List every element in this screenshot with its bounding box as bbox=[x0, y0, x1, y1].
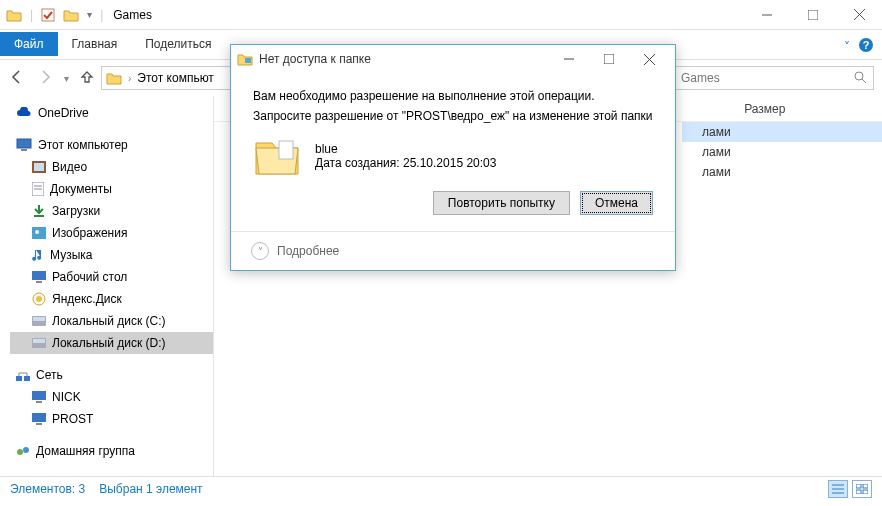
close-button[interactable] bbox=[836, 0, 882, 30]
dialog-close-button[interactable] bbox=[629, 47, 669, 71]
dialog-folder-name: blue bbox=[315, 142, 496, 156]
table-row[interactable]: лами bbox=[682, 162, 882, 182]
sidebar-item-pictures[interactable]: Изображения bbox=[10, 222, 213, 244]
sidebar-item-desktop[interactable]: Рабочий стол bbox=[10, 266, 213, 288]
tab-file[interactable]: Файл bbox=[0, 32, 58, 56]
sidebar-item-downloads[interactable]: Загрузки bbox=[10, 200, 213, 222]
svg-rect-26 bbox=[16, 376, 22, 381]
sidebar-label: PROST bbox=[52, 412, 93, 426]
homegroup-icon bbox=[16, 444, 30, 458]
sidebar-item-onedrive[interactable]: OneDrive bbox=[10, 102, 213, 124]
details-view-button[interactable] bbox=[828, 480, 848, 498]
sidebar-label: NICK bbox=[52, 390, 81, 404]
checkbox-icon[interactable] bbox=[41, 8, 55, 22]
pictures-icon bbox=[32, 227, 46, 239]
retry-button[interactable]: Повторить попытку bbox=[433, 191, 570, 215]
svg-rect-18 bbox=[32, 271, 46, 280]
divider: | bbox=[100, 8, 103, 22]
breadcrumb-sep-icon[interactable]: › bbox=[128, 73, 131, 84]
sidebar-item-diskc[interactable]: Локальный диск (C:) bbox=[10, 310, 213, 332]
computer-icon bbox=[16, 138, 32, 152]
folder-icon bbox=[106, 71, 122, 85]
back-button[interactable] bbox=[8, 68, 26, 89]
nav-pane: OneDrive Этот компьютер Видео Документы … bbox=[0, 96, 214, 476]
sidebar-label: Рабочий стол bbox=[52, 270, 127, 284]
svg-rect-12 bbox=[34, 163, 44, 171]
dialog-folder-date: Дата создания: 25.10.2015 20:03 bbox=[315, 156, 496, 170]
svg-rect-16 bbox=[32, 227, 46, 239]
minimize-button[interactable] bbox=[744, 0, 790, 30]
tab-share[interactable]: Поделиться bbox=[131, 32, 225, 56]
sidebar-item-thispc[interactable]: Этот компьютер bbox=[10, 134, 213, 156]
dialog-titlebar[interactable]: Нет доступа к папке bbox=[231, 45, 675, 73]
table-row[interactable]: лами bbox=[682, 142, 882, 162]
svg-rect-10 bbox=[21, 149, 27, 151]
svg-point-17 bbox=[35, 230, 39, 234]
sidebar-label: Музыка bbox=[50, 248, 92, 262]
column-size[interactable]: Размер bbox=[734, 102, 795, 116]
sidebar-item-prost[interactable]: PROST bbox=[10, 408, 213, 430]
sidebar-label: Документы bbox=[50, 182, 112, 196]
cloud-icon bbox=[16, 107, 32, 119]
sidebar-label: Изображения bbox=[52, 226, 127, 240]
up-button[interactable] bbox=[79, 69, 95, 88]
search-icon[interactable] bbox=[853, 70, 867, 87]
cancel-button[interactable]: Отмена bbox=[580, 191, 653, 215]
video-icon bbox=[32, 161, 46, 173]
maximize-button[interactable] bbox=[790, 0, 836, 30]
svg-point-21 bbox=[36, 296, 42, 302]
thumbnails-view-button[interactable] bbox=[852, 480, 872, 498]
svg-rect-37 bbox=[856, 484, 861, 488]
sidebar-item-homegroup[interactable]: Домашняя группа bbox=[10, 440, 213, 462]
svg-rect-0 bbox=[42, 9, 54, 21]
search-placeholder: Games bbox=[681, 71, 720, 85]
status-bar: Элементов: 3 Выбран 1 элемент bbox=[0, 476, 882, 500]
network-icon bbox=[16, 368, 30, 382]
svg-rect-43 bbox=[604, 54, 614, 64]
sidebar-item-diskd[interactable]: Локальный диск (D:) bbox=[10, 332, 213, 354]
ribbon-expand-icon[interactable]: ˅ bbox=[844, 40, 850, 54]
status-selected: Выбран 1 элемент bbox=[99, 482, 202, 496]
folder-large-icon bbox=[253, 135, 301, 177]
tab-home[interactable]: Главная bbox=[58, 32, 132, 56]
svg-rect-31 bbox=[36, 423, 42, 425]
svg-rect-38 bbox=[863, 484, 868, 488]
recent-dropdown-icon[interactable]: ▾ bbox=[64, 73, 69, 84]
sidebar-label: OneDrive bbox=[38, 106, 89, 120]
yandex-icon bbox=[32, 292, 46, 306]
downloads-icon bbox=[32, 204, 46, 218]
svg-rect-29 bbox=[36, 401, 42, 403]
svg-rect-2 bbox=[808, 10, 818, 20]
sidebar-item-documents[interactable]: Документы bbox=[10, 178, 213, 200]
status-count: Элементов: 3 bbox=[10, 482, 85, 496]
computer-icon bbox=[32, 413, 46, 425]
svg-rect-40 bbox=[863, 490, 868, 494]
svg-rect-19 bbox=[36, 281, 42, 283]
access-denied-dialog: Нет доступа к папке Вам необходимо разре… bbox=[230, 44, 676, 271]
sidebar-item-video[interactable]: Видео bbox=[10, 156, 213, 178]
divider: | bbox=[30, 8, 33, 22]
svg-line-8 bbox=[862, 79, 866, 83]
dialog-maximize-button[interactable] bbox=[589, 47, 629, 71]
documents-icon bbox=[32, 182, 44, 196]
sidebar-item-yandex[interactable]: Яндекс.Диск bbox=[10, 288, 213, 310]
qat-dropdown-icon[interactable]: ▾ bbox=[87, 9, 92, 20]
sidebar-item-network[interactable]: Сеть bbox=[10, 364, 213, 386]
sidebar-item-music[interactable]: Музыка bbox=[10, 244, 213, 266]
svg-rect-46 bbox=[279, 141, 293, 159]
forward-button[interactable] bbox=[36, 68, 54, 89]
table-row[interactable]: лами bbox=[682, 122, 882, 142]
svg-point-32 bbox=[17, 449, 23, 455]
search-input[interactable]: Games bbox=[674, 66, 874, 90]
dialog-more-toggle[interactable]: ˅ Подробнее bbox=[231, 231, 675, 270]
help-icon[interactable]: ? bbox=[858, 37, 874, 56]
dialog-minimize-button[interactable] bbox=[549, 47, 589, 71]
sidebar-item-nick[interactable]: NICK bbox=[10, 386, 213, 408]
svg-rect-28 bbox=[32, 391, 46, 400]
window-title: Games bbox=[113, 8, 152, 22]
breadcrumb[interactable]: Этот компьют bbox=[137, 71, 214, 85]
sidebar-label: Домашняя группа bbox=[36, 444, 135, 458]
folder-small-icon[interactable] bbox=[63, 8, 79, 22]
sidebar-label: Яндекс.Диск bbox=[52, 292, 122, 306]
sidebar-label: Видео bbox=[52, 160, 87, 174]
